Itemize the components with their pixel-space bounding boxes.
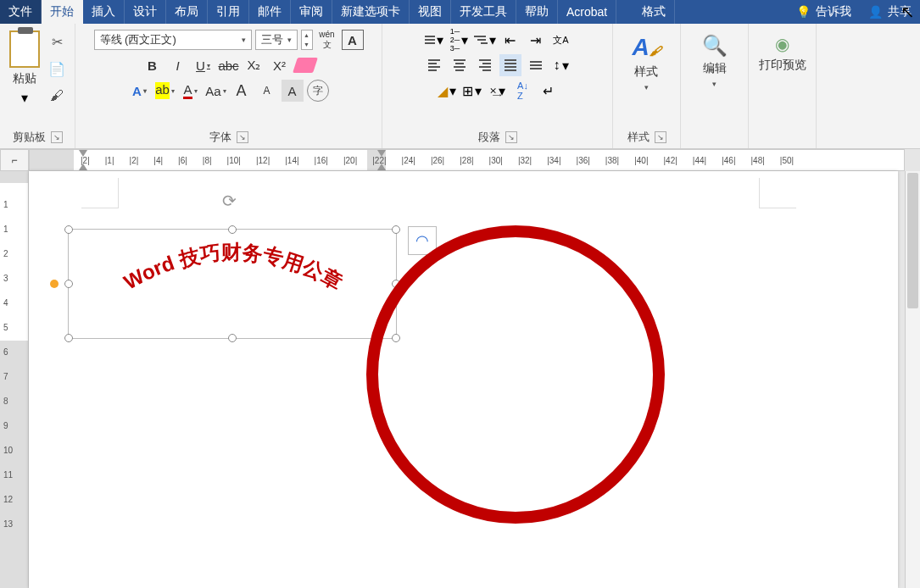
strikethrough-button[interactable]: abc [218, 54, 240, 76]
borders-button[interactable]: ⊞▾ [461, 80, 483, 102]
h-ruler-ticks: |2||1||2||4||6||8||10||12||14||16||20||2… [81, 150, 904, 170]
tab-insert[interactable]: 插入 [83, 0, 125, 24]
tab-developer[interactable]: 开发工具 [451, 0, 516, 24]
distribute-button[interactable] [525, 54, 547, 76]
vertical-scrollbar[interactable] [905, 171, 920, 588]
wordart-text[interactable]: Word 技巧财务专用公章 [120, 241, 347, 294]
font-size-stepper[interactable]: ▲▼ [301, 30, 313, 50]
rotate-handle[interactable]: ⟳ [222, 191, 243, 211]
char-shading-button[interactable]: Aa▾ [205, 80, 227, 102]
font-launcher[interactable]: ↘ [237, 131, 248, 143]
shrink-font-button[interactable]: A [256, 80, 278, 102]
sort-button[interactable]: A↓Z [512, 80, 534, 102]
superscript-button[interactable]: X² [269, 54, 291, 76]
print-preview-button[interactable]: ◉ 打印预览 [759, 27, 806, 73]
wordart-svg: Word 技巧财务专用公章 [69, 230, 398, 340]
styles-launcher[interactable]: ↘ [655, 131, 666, 143]
shading-button[interactable]: ◢▾ [436, 80, 458, 102]
clear-format-button[interactable] [294, 54, 316, 76]
group-edit: 🔍 编辑▾ [681, 24, 749, 148]
increase-indent-button[interactable]: ⇥ [525, 29, 547, 51]
text-direction-button[interactable]: 文A [550, 29, 572, 51]
tab-newtab[interactable]: 新建选项卡 [332, 0, 410, 24]
paragraph-group-label: 段落 [478, 130, 500, 145]
styles-icon: A🖌 [632, 34, 661, 61]
align-justify-button[interactable] [499, 54, 521, 76]
group-clipboard: 粘贴 ▾ ✂ 📄 🖌 剪贴板↘ [0, 24, 75, 148]
phonetic-guide-button[interactable]: wén文 [316, 29, 338, 51]
group-paragraph: ▾ 1─2─3─▾ ▾ ⇤ ⇥ 文A ↕▾ ◢▾ ⊞▾ ×͢▾ A↓Z ↵ 段落… [382, 24, 613, 148]
tab-format[interactable]: 格式 [633, 0, 675, 24]
group-font: 等线 (西文正文)▾ 三号▾ ▲▼ wén文 A B I U▾ abc X₂ X… [75, 24, 382, 148]
layout-icon: ◠ [415, 231, 429, 250]
clipboard-launcher[interactable]: ↘ [51, 131, 63, 143]
font-group-label: 字体 [209, 130, 231, 145]
tab-references[interactable]: 引用 [208, 0, 249, 24]
horizontal-ruler[interactable]: |2||1||2||4||6||8||10||12||14||16||20||2… [29, 149, 905, 171]
edit-button[interactable]: 🔍 编辑▾ [702, 27, 728, 88]
tab-design[interactable]: 设计 [125, 0, 166, 24]
right-indent-top-marker[interactable] [377, 150, 386, 157]
circle-shape[interactable] [366, 225, 665, 524]
styles-button[interactable]: A🖌 样式▾ [632, 27, 661, 92]
show-marks-button[interactable]: ↵ [538, 80, 560, 102]
italic-button[interactable]: I [167, 54, 189, 76]
asian-layout-button[interactable]: ×͢▾ [487, 80, 509, 102]
highlight-button[interactable]: ab▾ [154, 80, 176, 102]
tab-bar: 文件 开始 插入 设计 布局 引用 邮件 审阅 新建选项卡 视图 开发工具 帮助… [0, 0, 920, 24]
align-left-button[interactable] [423, 54, 445, 76]
grow-font-button[interactable]: A [231, 80, 253, 102]
print-preview-icon: ◉ [775, 34, 789, 54]
adjust-handle[interactable] [50, 280, 59, 288]
tab-layout[interactable]: 布局 [166, 0, 208, 24]
right-indent-marker[interactable] [377, 164, 386, 170]
hanging-indent-marker[interactable] [79, 164, 87, 170]
text-effects-button[interactable]: A▾ [129, 80, 151, 102]
tab-help[interactable]: 帮助 [516, 0, 558, 24]
tab-acrobat[interactable]: Acrobat [558, 0, 616, 24]
styles-group-label: 样式 [627, 130, 650, 145]
paste-button[interactable]: 粘贴 ▾ [5, 27, 44, 114]
group-print: ◉ 打印预览 [749, 24, 817, 148]
font-color-button[interactable]: A▾ [180, 80, 202, 102]
copy-button[interactable]: 📄 [47, 59, 66, 78]
char-scaling-button[interactable]: A [282, 80, 304, 102]
scrollbar-thumb[interactable] [907, 173, 918, 308]
tab-review[interactable]: 审阅 [291, 0, 332, 24]
format-painter-button[interactable]: 🖌 [47, 86, 66, 105]
tab-home[interactable]: 开始 [42, 0, 83, 24]
document-page[interactable]: ⟳ Word 技巧财务专用公章 ◠ [29, 171, 898, 588]
vertical-ruler[interactable]: 112345678910111213 [0, 171, 29, 588]
ruler-corner[interactable]: ⌐ [0, 149, 29, 171]
tab-file[interactable]: 文件 [0, 0, 42, 24]
margin-guide-right [759, 178, 796, 208]
first-line-indent-marker[interactable] [79, 150, 87, 157]
clipboard-icon [9, 31, 40, 68]
eraser-icon [293, 58, 318, 73]
bold-button[interactable]: B [142, 54, 164, 76]
chevron-down-icon: ▾ [21, 90, 28, 106]
multilevel-button[interactable]: ▾ [474, 29, 496, 51]
line-spacing-button[interactable]: ↕▾ [550, 54, 572, 76]
align-center-button[interactable] [449, 54, 471, 76]
char-border-button[interactable]: A [342, 30, 364, 50]
bullets-button[interactable]: ▾ [423, 29, 445, 51]
paragraph-launcher[interactable]: ↘ [505, 131, 517, 143]
paste-label: 粘贴 [13, 71, 36, 86]
cut-button[interactable]: ✂ [47, 32, 66, 51]
font-size-combo[interactable]: 三号▾ [255, 30, 298, 50]
enclose-char-button[interactable]: 字 [307, 80, 329, 102]
tab-view[interactable]: 视图 [410, 0, 451, 24]
underline-button[interactable]: U▾ [192, 54, 215, 76]
share-icon: 👤 [868, 5, 883, 19]
margin-guide-left [81, 178, 119, 208]
font-name-combo[interactable]: 等线 (西文正文)▾ [94, 30, 252, 50]
group-styles: A🖌 样式▾ 样式↘ [613, 24, 681, 148]
numbering-button[interactable]: 1─2─3─▾ [449, 29, 471, 51]
wordart-textbox[interactable]: ⟳ Word 技巧财务专用公章 ◠ [68, 229, 397, 339]
tell-me[interactable]: 💡告诉我 [788, 0, 860, 24]
align-right-button[interactable] [474, 54, 496, 76]
decrease-indent-button[interactable]: ⇤ [499, 29, 521, 51]
subscript-button[interactable]: X₂ [243, 54, 265, 76]
tab-mailings[interactable]: 邮件 [249, 0, 291, 24]
